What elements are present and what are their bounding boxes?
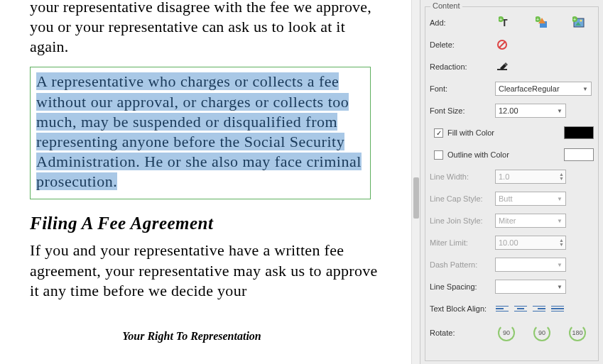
- svg-point-9: [580, 20, 582, 22]
- svg-text:+: +: [536, 17, 539, 22]
- linespacing-combo[interactable]: ▼: [495, 280, 566, 294]
- miter-label: Miter Limit:: [430, 238, 495, 247]
- chevron-down-icon: ▼: [582, 86, 588, 92]
- page-footer: Your Right To Representation: [0, 330, 384, 343]
- svg-line-13: [499, 42, 505, 48]
- rotate-180-button[interactable]: 180: [569, 324, 586, 341]
- fontsize-label: Font Size:: [430, 106, 495, 115]
- linejoin-combo: Miter ▼: [495, 214, 566, 228]
- linewidth-label: Line Width:: [430, 172, 495, 181]
- scrollbar-thumb[interactable]: [413, 177, 419, 219]
- align-label: Text Block Align:: [430, 304, 495, 313]
- rotate-cw-90-button[interactable]: 90: [533, 324, 550, 341]
- delete-icon[interactable]: [495, 38, 509, 52]
- svg-text:+: +: [499, 17, 502, 22]
- linejoin-label: Line Join Style:: [430, 216, 495, 225]
- align-center-button[interactable]: [514, 303, 528, 314]
- outline-color-label: Outline with Color: [447, 150, 509, 159]
- align-left-button[interactable]: [495, 303, 509, 314]
- dash-label: Dash Pattern:: [430, 260, 495, 269]
- add-text-icon[interactable]: T+: [498, 16, 512, 30]
- fontsize-combo[interactable]: 12.00 ▼: [495, 104, 566, 118]
- content-panel: Content Add: T+ + + Delete:: [420, 0, 603, 364]
- paragraph-bottom: If you and your representative have a wr…: [30, 241, 383, 300]
- fill-color-checkbox[interactable]: ✓: [434, 128, 443, 138]
- fill-color-swatch[interactable]: [564, 126, 594, 139]
- linespacing-label: Line Spacing:: [430, 282, 495, 291]
- delete-label: Delete:: [430, 40, 495, 49]
- rotate-label: Rotate:: [430, 329, 495, 337]
- svg-text:+: +: [573, 17, 576, 22]
- linecap-label: Line Cap Style:: [430, 194, 495, 203]
- linewidth-input: 1.0 ▲▼: [495, 170, 566, 184]
- font-combo[interactable]: ClearfaceRegular ▼: [495, 82, 592, 96]
- chevron-down-icon: ▼: [557, 108, 563, 114]
- redaction-label: Redaction:: [430, 62, 495, 71]
- align-justify-button[interactable]: [550, 303, 565, 314]
- vertical-scrollbar[interactable]: [411, 0, 420, 364]
- selected-text-block[interactable]: A representative who charges or collects…: [30, 67, 371, 199]
- rotate-ccw-90-button[interactable]: 90: [498, 324, 515, 341]
- section-heading: Filing A Fee Agreement: [30, 214, 383, 233]
- dash-combo: ▼: [495, 258, 566, 272]
- redaction-icon[interactable]: [495, 60, 509, 74]
- fontsize-value: 12.00: [499, 106, 518, 115]
- paragraph-top: your representative disagree with the fe…: [30, 0, 383, 57]
- font-value: ClearfaceRegular: [499, 84, 560, 93]
- miter-input: 10.00 ▲▼: [495, 236, 566, 250]
- outline-color-swatch[interactable]: [564, 148, 594, 161]
- font-label: Font:: [430, 84, 495, 93]
- selected-text[interactable]: A representative who charges or collects…: [36, 72, 362, 190]
- align-right-button[interactable]: [532, 303, 546, 314]
- linecap-combo: Butt ▼: [495, 192, 566, 206]
- document-view[interactable]: your representative disagree with the fe…: [0, 0, 411, 364]
- add-label: Add:: [430, 18, 495, 27]
- outline-color-checkbox[interactable]: [434, 150, 443, 160]
- fill-color-label: Fill with Color: [447, 128, 494, 137]
- panel-title: Content: [430, 1, 462, 10]
- add-image-icon[interactable]: +: [572, 16, 586, 30]
- add-shape-icon[interactable]: +: [535, 16, 549, 30]
